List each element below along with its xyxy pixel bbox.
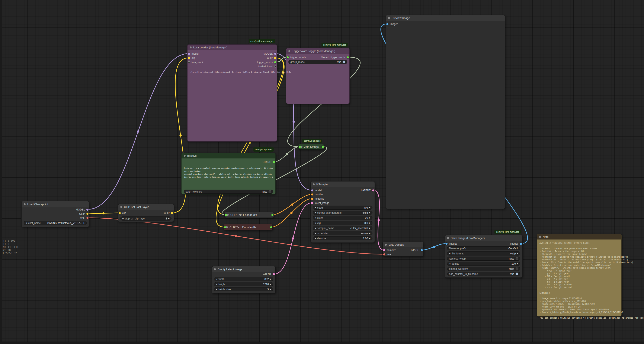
collapse-dot-icon[interactable] — [539, 236, 541, 238]
output-dot-VAE[interactable] — [86, 217, 88, 219]
prompt-text[interactable]: highres, very detailed, amazing quality,… — [184, 166, 273, 178]
output-slot-LATENT[interactable]: LATENT — [262, 273, 275, 276]
widget-filename_prefix[interactable]: filename_prefixComfyUI — [447, 246, 520, 250]
node-header[interactable]: Join Strings — [298, 144, 324, 149]
widget-cfg[interactable]: ◀cfg8.0▶ — [313, 221, 372, 225]
toggle-dot[interactable] — [342, 60, 345, 63]
collapse-dot-icon[interactable] — [226, 226, 228, 228]
collapse-dot-icon[interactable] — [120, 206, 122, 208]
output-slot-CLIP[interactable]: CLIP — [164, 212, 173, 214]
input-dot-latent_image[interactable] — [311, 202, 313, 204]
decrement-arrow-icon[interactable]: ◀ — [315, 222, 316, 224]
output-dot-loaded_loras[interactable] — [274, 66, 276, 68]
increment-arrow-icon[interactable]: ▶ — [369, 238, 370, 239]
toggle-dot[interactable] — [268, 190, 271, 193]
collapsed-input-dot[interactable] — [225, 214, 227, 216]
collapsed-output-dot[interactable] — [271, 214, 274, 216]
node-save-image[interactable]: Save Image (LoraManager)comfyui-lora-man… — [445, 235, 522, 278]
toggle-dot[interactable] — [516, 272, 518, 275]
link-midpoint-dot[interactable] — [286, 153, 288, 155]
widget-stop_at_clip_layer[interactable]: ◀stop_at_clip_layer-2▶ — [120, 216, 172, 220]
link-midpoint-dot[interactable] — [137, 130, 139, 132]
output-slot-trigger_words[interactable]: trigger_words — [257, 61, 276, 64]
collapsed-input-dot[interactable] — [224, 226, 226, 228]
collapsed-output-dot[interactable] — [322, 146, 324, 148]
output-slot-MODEL[interactable]: MODEL — [264, 52, 276, 55]
link-midpoint-dot[interactable] — [292, 237, 294, 240]
input-slot-images[interactable]: images — [386, 22, 398, 26]
collapse-dot-icon[interactable] — [190, 46, 192, 48]
increment-arrow-icon[interactable]: ▶ — [369, 227, 370, 229]
node-header[interactable]: positive — [182, 153, 276, 158]
decrement-arrow-icon[interactable]: ◀ — [216, 288, 217, 290]
output-dot-trigger_words[interactable] — [274, 61, 276, 63]
widget-file_format[interactable]: ◀file_formatwebp▶ — [447, 252, 520, 256]
node-header[interactable]: Empty Latent Image — [212, 266, 276, 272]
output-dot-images[interactable] — [520, 243, 522, 245]
output-slot-VAE[interactable]: VAE — [80, 216, 88, 220]
collapse-dot-icon[interactable] — [227, 214, 229, 216]
input-dot-negative[interactable] — [311, 198, 313, 200]
input-dot-clip[interactable] — [188, 57, 190, 59]
widget-sampler_name[interactable]: ◀sampler_nameeuler_ancestral▶ — [313, 226, 372, 230]
widget-batch_size[interactable]: ◀batch_size3▶ — [214, 287, 273, 291]
node-header[interactable]: CLIP Text Encode (Pr — [224, 224, 272, 230]
input-slot-clip[interactable]: clip — [118, 212, 126, 214]
increment-arrow-icon[interactable]: ▶ — [517, 263, 518, 265]
node-triggerword-toggle[interactable]: TriggerWord Toggle (LoraManager)comfyui-… — [286, 48, 350, 104]
node-clip-text-encode-positive[interactable]: CLIP Text Encode (Pr — [224, 212, 274, 218]
increment-arrow-icon[interactable]: ▶ — [369, 222, 370, 224]
node-preview-image[interactable]: Preview Imageimages — [386, 15, 505, 209]
toggle-dot[interactable] — [516, 257, 518, 260]
widget-group_mode[interactable]: group_modetrue — [288, 60, 347, 64]
output-slot-MODEL[interactable]: MODEL — [76, 208, 88, 211]
node-positive-prompt[interactable]: positivecomfyui-kjnodesSTRINGstrip_newli… — [181, 153, 276, 194]
input-slot-positive[interactable]: positive — [311, 193, 324, 196]
widget-seed[interactable]: ◀seed409▶ — [313, 206, 372, 210]
lora-syntax-text[interactable]: <lora:CreateConcept_Illustrious:0.8> <lo… — [190, 70, 292, 74]
node-lora-loader[interactable]: Lora Loader (LoraManager)comfyui-lora-ma… — [187, 44, 277, 142]
collapse-dot-icon[interactable] — [300, 146, 302, 148]
node-header[interactable]: Load Checkpoint — [22, 201, 89, 207]
node-header[interactable]: Save Image (LoraManager) — [445, 235, 522, 241]
input-dot-model[interactable] — [188, 53, 190, 55]
widget-quality[interactable]: ◀quality100▶ — [447, 262, 520, 266]
node-note[interactable]: NoteAvailable filename_prefix Pattern Co… — [537, 234, 622, 316]
increment-arrow-icon[interactable]: ▶ — [84, 222, 85, 224]
input-slot-negative[interactable]: negative — [311, 197, 324, 200]
input-slot-lora_stack[interactable]: lora_stack — [188, 61, 203, 64]
collapse-dot-icon[interactable] — [24, 203, 26, 205]
widget-ckpt_name[interactable]: ◀ckpt_nameil\waiNSFWIllustrious_v110.s..… — [24, 221, 87, 225]
node-clip-text-encode-negative[interactable]: CLIP Text Encode (Pr — [224, 224, 272, 230]
node-ksampler[interactable]: KSamplermodelpositivenegativelatent_imag… — [310, 181, 375, 243]
widget-strip_newlines[interactable]: strip_newlinesfalse — [184, 190, 273, 194]
output-dot-LATENT[interactable] — [273, 273, 275, 275]
collapse-dot-icon[interactable] — [313, 184, 315, 185]
input-slot-model[interactable]: model — [188, 52, 198, 55]
node-empty-latent-image[interactable]: Empty Latent ImageLATENT◀width832▶◀heigh… — [212, 266, 276, 294]
increment-arrow-icon[interactable]: ▶ — [270, 278, 271, 280]
output-slot-loaded_loras[interactable]: loaded_loras — [258, 65, 276, 68]
note-text[interactable]: Available filename_prefix Pattern Codes … — [540, 242, 644, 319]
output-dot-filtered_trigger_words[interactable] — [347, 56, 349, 58]
input-slot-trigger_words[interactable]: trigger_words — [287, 56, 306, 59]
output-dot-CLIP[interactable] — [86, 213, 88, 215]
decrement-arrow-icon[interactable]: ◀ — [315, 238, 316, 239]
link-midpoint-dot[interactable] — [235, 235, 237, 237]
input-dot-positive[interactable] — [311, 194, 313, 196]
output-dot-CLIP[interactable] — [171, 212, 173, 214]
node-header[interactable]: KSampler — [310, 182, 374, 187]
widget-steps[interactable]: ◀steps20▶ — [313, 216, 372, 220]
decrement-arrow-icon[interactable]: ◀ — [315, 227, 316, 229]
input-dot-images[interactable] — [386, 23, 388, 25]
decrement-arrow-icon[interactable]: ◀ — [315, 207, 316, 208]
toggle-dot[interactable] — [516, 268, 518, 270]
decrement-arrow-icon[interactable]: ◀ — [315, 232, 316, 234]
increment-arrow-icon[interactable]: ▶ — [517, 253, 518, 254]
widget-lossless_webp[interactable]: lossless_webpfalse — [447, 256, 520, 260]
collapse-dot-icon[interactable] — [184, 155, 186, 157]
input-slot-model[interactable]: model — [311, 189, 322, 192]
decrement-arrow-icon[interactable]: ◀ — [26, 222, 27, 224]
link-midpoint-dot[interactable] — [378, 219, 380, 221]
link-midpoint-dot[interactable] — [292, 121, 294, 123]
